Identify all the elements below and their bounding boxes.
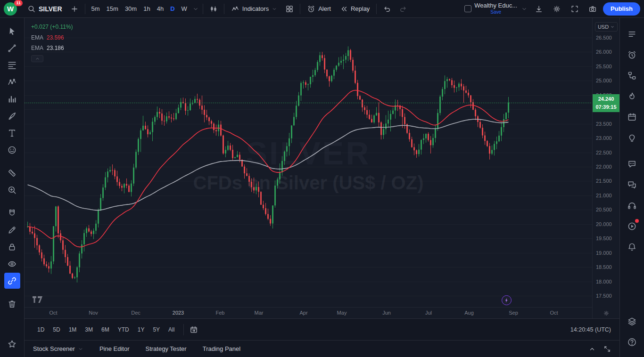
- layout-checkbox[interactable]: [464, 5, 471, 12]
- range-3m[interactable]: 3M: [81, 324, 97, 336]
- range-1d[interactable]: 1D: [33, 324, 49, 336]
- zoom-tool[interactable]: [4, 182, 20, 198]
- alert-button[interactable]: Alert: [303, 2, 335, 16]
- bottom-panel-tabs: Stock ScreenerPine EditorStrategy Tester…: [33, 345, 256, 352]
- range-ytd[interactable]: YTD: [114, 324, 133, 336]
- sidebar-item-streams[interactable]: [624, 197, 641, 214]
- replay-button[interactable]: Replay: [336, 2, 373, 16]
- save-layout-link[interactable]: Save: [490, 9, 501, 15]
- lock-tool[interactable]: [4, 239, 20, 255]
- sidebar-item-notifications[interactable]: [624, 238, 641, 255]
- timeframe-5m[interactable]: 5m: [88, 2, 103, 16]
- range-5d[interactable]: 5D: [49, 324, 64, 336]
- tab-strategy-tester[interactable]: Strategy Tester: [145, 345, 186, 352]
- layout-menu[interactable]: Wealthy Educ... Save: [474, 2, 517, 15]
- panel-expand-button[interactable]: [588, 345, 596, 353]
- sidebar-item-ideas[interactable]: [624, 129, 641, 146]
- brush-tool[interactable]: [4, 108, 20, 124]
- main-area: SILVER CFDs on Silver (US$ / OZ) +0.027 …: [0, 18, 644, 357]
- timeframe-4h[interactable]: 4h: [154, 2, 167, 16]
- range-all[interactable]: All: [164, 324, 179, 336]
- panel-maximize-button[interactable]: [603, 345, 611, 353]
- toolbar-divider: [224, 4, 224, 14]
- sidebar-item-private-chat[interactable]: [624, 176, 641, 193]
- sidebar-item-economic-calendar[interactable]: [624, 108, 641, 125]
- ruler-tool[interactable]: [4, 165, 20, 181]
- chart-pane: SILVER CFDs on Silver (US$ / OZ) +0.027 …: [25, 18, 592, 318]
- app-logo[interactable]: W 11: [4, 2, 19, 16]
- range-1m[interactable]: 1M: [65, 324, 81, 336]
- text-tool[interactable]: [4, 125, 20, 141]
- magnet-tool[interactable]: [4, 205, 20, 221]
- tradingview-logo[interactable]: [32, 294, 45, 303]
- tab-label: Trading Panel: [203, 345, 240, 352]
- clock-utc[interactable]: 14:20:45 (UTC): [570, 326, 611, 333]
- currency-select[interactable]: USD: [595, 22, 618, 32]
- compare-add-symbol-button[interactable]: [67, 2, 82, 16]
- draw-tool[interactable]: [4, 222, 20, 238]
- ema-fast-legend-row[interactable]: EMA 23.596: [31, 34, 73, 41]
- cursor-tool[interactable]: [4, 23, 20, 39]
- fullscreen-icon: [570, 5, 579, 13]
- layout-grid-button[interactable]: [282, 2, 297, 16]
- tab-label: Strategy Tester: [145, 345, 186, 352]
- layout-dropdown-button[interactable]: [520, 6, 528, 12]
- tab-pine-editor[interactable]: Pine Editor: [99, 345, 130, 352]
- timeframe-1h[interactable]: 1h: [140, 2, 153, 16]
- trend-line-tool[interactable]: [4, 40, 20, 56]
- time-axis-label: May: [337, 310, 347, 316]
- timeframe-15m[interactable]: 15m: [103, 2, 122, 16]
- range-5y[interactable]: 5Y: [149, 324, 164, 336]
- forecast-icon: [7, 94, 17, 104]
- publish-button[interactable]: Publish: [603, 2, 640, 16]
- emoji-tool[interactable]: [4, 142, 20, 158]
- favorites-star-tool[interactable]: [4, 336, 20, 352]
- timeframe-D[interactable]: D: [167, 2, 178, 16]
- load-layout-button[interactable]: [531, 2, 546, 16]
- fib-retracement-tool[interactable]: [4, 57, 20, 73]
- fullscreen-button[interactable]: [567, 2, 582, 16]
- time-axis[interactable]: OctNovDec2023FebMarAprMayJunJulAugSepOct: [25, 307, 592, 318]
- snapshot-button[interactable]: [585, 2, 600, 16]
- tab-stock-screener[interactable]: Stock Screener: [33, 345, 83, 352]
- sidebar-item-watchlist[interactable]: [624, 25, 641, 42]
- indicators-button[interactable]: Indicators: [227, 2, 281, 16]
- timeframe-30m[interactable]: 30m: [122, 2, 140, 16]
- sidebar-item-alerts-panel[interactable]: [624, 46, 641, 63]
- symbol-search[interactable]: SILVER: [24, 2, 66, 16]
- last-price-tag: 24.240 07:39:15: [593, 94, 619, 112]
- range-1y[interactable]: 1Y: [133, 324, 149, 336]
- forecast-tool[interactable]: [4, 91, 20, 107]
- price-axis-label: 17.500: [596, 293, 612, 299]
- legend-collapse-button[interactable]: [31, 55, 43, 62]
- axis-settings-gear-icon[interactable]: [603, 310, 610, 316]
- chart-canvas[interactable]: [25, 18, 592, 307]
- sidebar-item-drawings-panel[interactable]: [624, 313, 641, 330]
- trash-tool[interactable]: [4, 296, 20, 312]
- timeframe-dropdown-button[interactable]: [191, 6, 200, 12]
- link-tool[interactable]: [4, 273, 20, 289]
- sidebar-item-help[interactable]: [624, 333, 641, 350]
- redo-button[interactable]: [396, 2, 411, 16]
- hide-tool[interactable]: [4, 256, 20, 272]
- sidebar-item-hotlists[interactable]: [624, 88, 641, 105]
- price-axis-label: 26.000: [596, 49, 612, 55]
- undo-button[interactable]: [380, 2, 395, 16]
- text-icon: [7, 128, 17, 138]
- sidebar-item-object-tree[interactable]: [624, 67, 641, 84]
- goto-date-button[interactable]: [183, 324, 198, 335]
- sidebar-item-minds-chat[interactable]: [624, 155, 641, 172]
- tab-trading-panel[interactable]: Trading Panel: [203, 345, 240, 352]
- sidebar-item-videos[interactable]: [624, 218, 641, 235]
- timeframe-W[interactable]: W: [178, 2, 190, 16]
- ema-label: EMA: [31, 34, 43, 41]
- lightning-event-icon[interactable]: [502, 295, 512, 305]
- ema-slow-legend-row[interactable]: EMA 23.186: [31, 45, 73, 51]
- top-toolbar: W 11 SILVER 5m15m30m1h4hDW Indicators Al…: [0, 0, 644, 18]
- chart-type-button[interactable]: [206, 2, 221, 16]
- range-6m[interactable]: 6M: [97, 324, 114, 336]
- settings-button[interactable]: [549, 2, 564, 16]
- pattern-tool[interactable]: [4, 74, 20, 90]
- replay-icon: [339, 5, 348, 13]
- price-axis[interactable]: USD 26.50026.00025.50025.00024.50024.000…: [592, 18, 619, 318]
